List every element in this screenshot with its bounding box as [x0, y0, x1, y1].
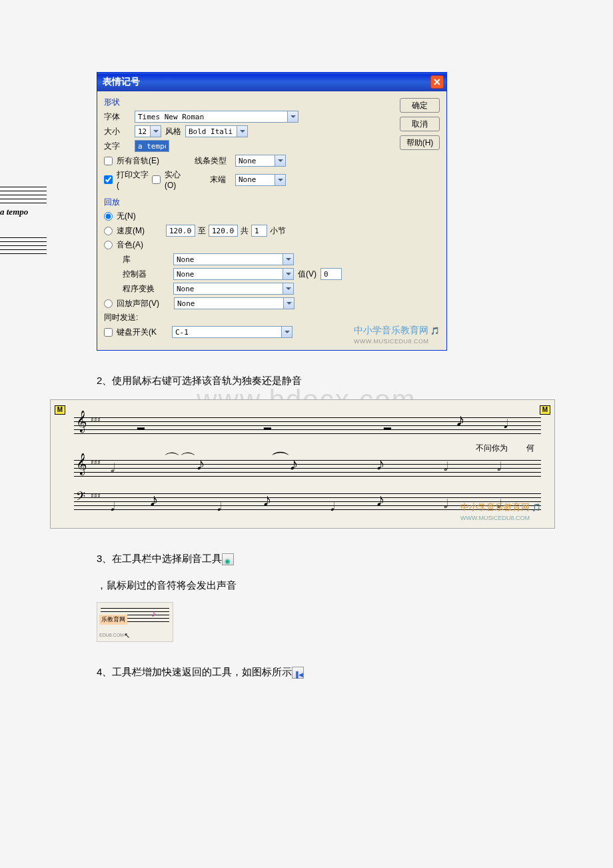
text-input[interactable]	[135, 140, 169, 152]
value-input[interactable]	[320, 268, 342, 280]
item-4-text: 4、工具栏增加快速返回的工具，如图标所示	[97, 666, 292, 677]
value-label: 值(V)	[298, 269, 316, 280]
scrub-tool-icon[interactable]	[222, 553, 234, 565]
voice-input[interactable]	[174, 297, 284, 309]
all-tracks-checkbox[interactable]	[104, 157, 113, 165]
chevron-down-icon[interactable]	[284, 297, 295, 309]
bank-label: 库	[123, 254, 169, 265]
close-button[interactable]: ✕	[430, 75, 444, 89]
mini-staff: ♪ 乐教育网 ↖ EDU8.COM	[97, 602, 173, 642]
line-type-combo[interactable]	[235, 155, 286, 167]
treble-clef-icon: 𝄞	[76, 411, 87, 433]
font-label: 字体	[104, 111, 131, 123]
style-input[interactable]	[185, 125, 237, 137]
chevron-down-icon[interactable]	[283, 268, 294, 280]
program-label: 程序变换	[123, 283, 169, 295]
all-tracks-label: 所有音轨(E)	[117, 155, 159, 167]
keyswitch-checkbox[interactable]	[104, 328, 113, 337]
bass-clef-icon: 𝄢	[76, 489, 85, 507]
chevron-down-icon[interactable]	[288, 111, 299, 123]
notes: 𝅗𝅥 ⌒⌒ 𝅘𝅥𝅮𝅘𝅥𝅮 ⌒ 𝅘𝅥𝅮𝅘𝅥𝅮𝅘𝅥𝅮 𝅘𝅥𝅮𝅘𝅥𝅮 𝅗𝅥 𝅗𝅥	[97, 455, 534, 483]
none-radio-label: 无(N)	[117, 211, 136, 222]
tempo-bars-label: 小节	[270, 225, 286, 237]
end-combo[interactable]	[235, 174, 286, 186]
send-label: 同时发送:	[104, 312, 138, 323]
size-combo[interactable]	[135, 125, 161, 137]
size-input[interactable]	[135, 125, 151, 137]
lyric-1: 不问你为	[476, 443, 508, 454]
keyswitch-label: 键盘开关(K	[117, 327, 157, 338]
chevron-down-icon[interactable]	[275, 174, 286, 186]
item-3b-text: ，鼠标刷过的音符将会发出声音	[97, 575, 516, 595]
controller-label: 控制器	[123, 269, 169, 280]
bank-combo[interactable]	[173, 253, 294, 265]
chevron-down-icon[interactable]	[283, 283, 294, 295]
watermark-url: WWW.MUSICEDU8.COM	[354, 338, 429, 345]
watermark-cn: 中小学音乐教育网	[354, 325, 428, 335]
playback-section-label: 回放	[104, 197, 440, 208]
controller-input[interactable]	[173, 268, 283, 280]
tempo-total-input[interactable]	[251, 225, 267, 237]
music-score: M M 𝄞 ♯♯♯ ━ ━ ━ 𝅘𝅥𝅮𝅘𝅥𝅮𝅘𝅥𝅮𝅘𝅥𝅮 𝅘𝅥 不问你为 何	[50, 399, 555, 529]
print-text-checkbox[interactable]	[104, 175, 113, 184]
print-text-label: 打印文字(	[117, 169, 149, 190]
treble-clef-icon: 𝄞	[76, 453, 87, 475]
size-label: 大小	[104, 126, 131, 137]
chevron-down-icon[interactable]	[283, 253, 294, 265]
none-radio[interactable]	[104, 212, 113, 221]
voice-radio[interactable]	[104, 299, 113, 308]
expression-dialog: 表情记号 ✕ 确定 取消 帮助(H) 形状 字体	[97, 72, 447, 351]
tempo-radio-label: 速度(M)	[117, 225, 163, 237]
dialog-title: 表情记号	[103, 76, 430, 88]
font-combo[interactable]	[135, 111, 299, 123]
tempo-radio[interactable]	[104, 227, 113, 235]
style-label: 风格	[165, 126, 181, 137]
font-input[interactable]	[135, 111, 288, 123]
solid-label: 实心(O)	[165, 169, 191, 190]
score-watermark: 中小学音乐教育网 🎵 WWW.MUSICEDU8.COM	[460, 501, 541, 521]
tempo-total-label: 共	[241, 225, 249, 237]
rewind-tool-icon[interactable]	[292, 667, 304, 679]
cancel-button[interactable]: 取消	[400, 117, 440, 131]
keyswitch-combo[interactable]	[172, 326, 293, 338]
end-label: 末端	[195, 174, 231, 185]
controller-combo[interactable]	[173, 268, 294, 280]
line-type-input[interactable]	[235, 155, 275, 167]
chevron-down-icon[interactable]	[282, 326, 293, 338]
note-icon: ♪	[151, 608, 156, 619]
left-staff-fragment: a tempo	[0, 187, 47, 257]
item-3a-text: 3、在工具栏中选择刷音工具	[97, 553, 222, 564]
notes: ━ ━ ━ 𝅘𝅥𝅮𝅘𝅥𝅮𝅘𝅥𝅮𝅘𝅥𝅮 𝅘𝅥	[97, 412, 534, 440]
solid-checkbox[interactable]	[152, 175, 161, 184]
mini-url: EDU8.COM	[99, 633, 124, 637]
tempo-marking: a tempo	[0, 207, 47, 217]
program-combo[interactable]	[173, 283, 294, 295]
titlebar[interactable]: 表情记号 ✕	[97, 73, 446, 91]
mini-badge: 乐教育网	[99, 615, 127, 625]
score-watermark-url: WWW.MUSICEDU8.COM	[460, 515, 530, 521]
patch-radio-label: 音色(A)	[117, 239, 143, 251]
line-type-label: 线条类型	[195, 155, 231, 167]
shape-section-label: 形状	[104, 97, 440, 108]
lyric-2: 何	[526, 443, 534, 454]
program-input[interactable]	[173, 283, 283, 295]
keyswitch-input[interactable]	[172, 326, 282, 338]
staff-lines-lower	[0, 237, 47, 257]
text-label: 文字	[104, 141, 131, 152]
chevron-down-icon[interactable]	[275, 155, 286, 167]
bank-input[interactable]	[173, 253, 283, 265]
voice-combo[interactable]	[174, 297, 295, 309]
cursor-icon: ↖	[124, 631, 130, 640]
staff-treble-1: 𝄞 ♯♯♯ ━ ━ ━ 𝅘𝅥𝅮𝅘𝅥𝅮𝅘𝅥𝅮𝅘𝅥𝅮 𝅘𝅥 不问你为 何	[57, 412, 548, 440]
help-button[interactable]: 帮助(H)	[400, 135, 440, 150]
chevron-down-icon[interactable]	[151, 125, 161, 137]
score-watermark-cn: 中小学音乐教育网	[460, 502, 530, 512]
patch-radio[interactable]	[104, 241, 113, 249]
staff-treble-2: 𝄞 ♯♯♯ 𝅗𝅥 ⌒⌒ 𝅘𝅥𝅮𝅘𝅥𝅮 ⌒ 𝅘𝅥𝅮𝅘𝅥𝅮𝅘𝅥𝅮 𝅘𝅥𝅮𝅘𝅥𝅮 𝅗𝅥…	[57, 455, 548, 483]
tempo-to-input[interactable]	[209, 225, 238, 237]
ok-button[interactable]: 确定	[400, 98, 440, 113]
end-input[interactable]	[235, 174, 275, 186]
style-combo[interactable]	[185, 125, 248, 137]
chevron-down-icon[interactable]	[237, 125, 248, 137]
tempo-from-input[interactable]	[166, 225, 195, 237]
